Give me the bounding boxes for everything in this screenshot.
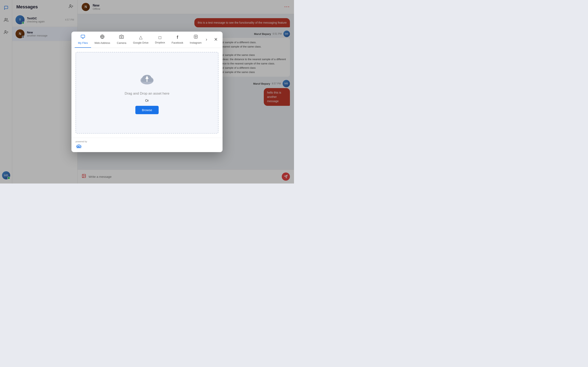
modal-footer: powered by xyxy=(71,138,223,152)
svg-rect-24 xyxy=(80,147,80,148)
drop-zone[interactable]: Drag and Drop an asset here Or Browse xyxy=(76,52,218,133)
google-drive-icon: △ xyxy=(139,35,143,40)
web-address-icon xyxy=(100,34,104,40)
tab-web-address[interactable]: Web Address xyxy=(91,32,113,48)
modal-body: Drag and Drop an asset here Or Browse xyxy=(71,48,223,138)
modal-overlay[interactable]: My Files Web Address xyxy=(0,0,294,184)
tab-dropbox-label: Dropbox xyxy=(155,41,165,44)
browse-button[interactable]: Browse xyxy=(135,106,159,114)
powered-by-label: powered by xyxy=(76,140,87,143)
file-picker-modal: My Files Web Address xyxy=(71,32,223,152)
tab-google-drive-label: Google Drive xyxy=(133,41,148,44)
facebook-icon: f xyxy=(177,35,178,40)
modal-tabs: My Files Web Address xyxy=(71,32,223,48)
tab-camera[interactable]: Camera xyxy=(113,32,130,48)
upload-cloud-icon xyxy=(139,71,155,88)
tab-web-address-label: Web Address xyxy=(94,42,110,44)
more-tabs-button[interactable]: › xyxy=(206,37,207,42)
modal-close-button[interactable]: ✕ xyxy=(212,35,219,44)
dropbox-icon: ◻ xyxy=(158,35,162,40)
tab-dropbox[interactable]: ◻ Dropbox xyxy=(152,32,168,47)
camera-icon xyxy=(119,34,124,40)
or-text: Or xyxy=(145,99,149,103)
powered-logo xyxy=(76,143,87,149)
svg-rect-23 xyxy=(78,146,79,148)
tab-my-files[interactable]: My Files xyxy=(75,32,91,48)
tab-camera-label: Camera xyxy=(117,42,126,44)
powered-by-section: powered by xyxy=(76,140,87,149)
tab-instagram[interactable]: Instagram xyxy=(187,32,205,48)
tab-facebook[interactable]: f Facebook xyxy=(168,32,187,48)
tab-google-drive[interactable]: △ Google Drive xyxy=(130,32,152,48)
svg-rect-17 xyxy=(194,35,198,38)
drag-drop-text: Drag and Drop an asset here xyxy=(125,92,169,96)
svg-point-16 xyxy=(121,36,122,38)
tab-facebook-label: Facebook xyxy=(172,41,183,44)
my-files-icon xyxy=(81,34,85,40)
instagram-icon xyxy=(194,35,198,40)
svg-rect-22 xyxy=(77,146,78,148)
tab-my-files-label: My Files xyxy=(78,42,88,44)
svg-rect-11 xyxy=(81,35,85,38)
tab-instagram-label: Instagram xyxy=(190,41,202,44)
